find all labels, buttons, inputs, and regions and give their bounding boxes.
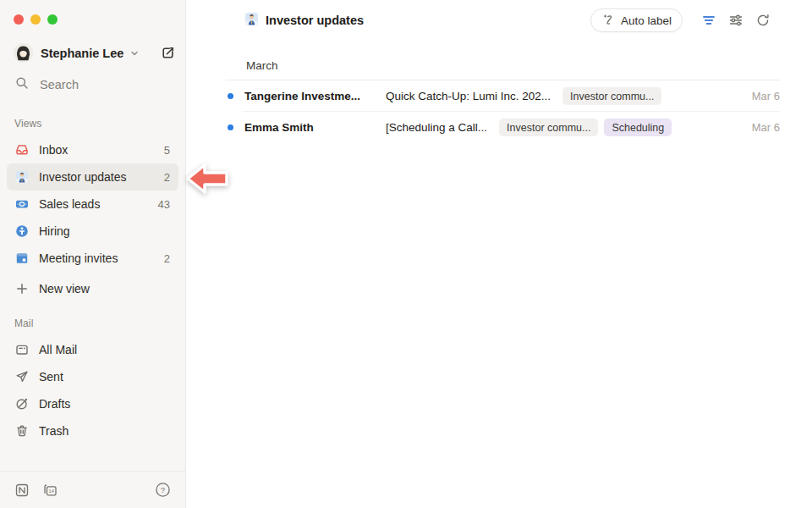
person-circle-icon [15, 224, 29, 238]
email-sender: Tangerine Investme... [244, 90, 386, 102]
help-icon[interactable]: ? [155, 482, 171, 498]
compose-icon[interactable] [161, 46, 175, 60]
search-label: Search [40, 78, 79, 91]
mail-nav: All Mail Sent Drafts Trash [7, 336, 178, 444]
views-section-label: Views [14, 118, 41, 130]
dot-col [226, 93, 244, 99]
dollar-banknote-icon [15, 197, 29, 211]
email-row[interactable]: Tangerine Investme... Quick Catch-Up: Lu… [226, 80, 780, 112]
sidebar-item-label: Hiring [39, 224, 160, 238]
office-worker-icon [244, 12, 259, 30]
refresh-icon[interactable] [755, 13, 771, 28]
sidebar-item-label: All Mail [39, 343, 170, 356]
email-sender: Emma Smith [244, 121, 386, 134]
sent-icon [15, 370, 29, 384]
close-window-button[interactable] [14, 14, 24, 25]
notion-logo-icon[interactable] [14, 483, 30, 498]
sidebar-item-label: Investor updates [39, 170, 154, 184]
label-chips: Investor commu... Scheduling [499, 119, 672, 136]
sidebar-item-label: New view [39, 282, 170, 295]
zoom-window-button[interactable] [47, 14, 58, 25]
chevron-down-icon [129, 48, 140, 58]
sidebar: Stephanie Lee Search Views Inbox 5 Inves… [0, 0, 186, 508]
mail-section-label: Mail [14, 318, 33, 329]
sidebar-footer: 14 ? [0, 471, 185, 508]
search-button[interactable]: Search [15, 76, 79, 92]
auto-label-sparkle-icon [601, 13, 615, 29]
calendar-glyph: 14 [49, 489, 54, 494]
sidebar-item-sent[interactable]: Sent [7, 363, 178, 390]
views-nav: Inbox 5 Investor updates 2 Sales leads 4… [7, 136, 178, 302]
sidebar-item-meeting-invites[interactable]: Meeting invites 2 [7, 245, 178, 272]
email-subject: Quick Catch-Up: Lumi Inc. 202... [386, 90, 551, 102]
email-list: March Tangerine Investme... Quick Catch-… [226, 51, 780, 143]
help-glyph: ? [161, 485, 165, 494]
auto-label-button[interactable]: Auto label [590, 8, 683, 32]
auto-label-label: Auto label [621, 14, 672, 27]
sidebar-item-drafts[interactable]: Drafts [7, 390, 178, 417]
header-controls: Auto label [590, 8, 771, 32]
red-arrow-annotation [184, 160, 231, 201]
sidebar-item-inbox[interactable]: Inbox 5 [7, 136, 178, 163]
inbox-icon [15, 143, 29, 157]
group-header: March [226, 51, 780, 80]
unread-count: 2 [164, 171, 170, 184]
all-mail-icon [15, 343, 29, 356]
sidebar-item-trash[interactable]: Trash [7, 417, 178, 444]
display-options-icon[interactable] [728, 13, 743, 28]
email-row[interactable]: Emma Smith [Scheduling a Call... Investo… [226, 112, 780, 143]
filter-icon[interactable] [701, 13, 716, 28]
email-date: Mar 6 [752, 121, 780, 134]
plus-icon [15, 282, 29, 295]
unread-dot [228, 124, 233, 130]
label-chip[interactable]: Scheduling [604, 119, 672, 136]
account-switcher[interactable]: Stephanie Lee [14, 42, 175, 64]
minimize-window-button[interactable] [30, 14, 41, 25]
sidebar-item-label: Meeting invites [39, 251, 154, 265]
user-name: Stephanie Lee [41, 47, 123, 60]
search-icon [15, 76, 29, 92]
sidebar-item-label: Sent [39, 370, 170, 384]
email-subject: [Scheduling a Call... [386, 121, 487, 134]
label-chip[interactable]: Investor commu... [499, 119, 598, 136]
view-header: Investor updates Auto label [187, 8, 812, 32]
sidebar-item-sales-leads[interactable]: Sales leads 43 [7, 190, 178, 218]
new-view-button[interactable]: New view [7, 275, 178, 302]
drafts-icon [15, 397, 29, 411]
notion-calendar-icon[interactable]: 14 [42, 483, 58, 498]
sidebar-item-label: Sales leads [39, 197, 148, 211]
window-controls [14, 14, 58, 25]
email-date: Mar 6 [752, 90, 780, 102]
page-title: Investor updates [266, 14, 364, 27]
unread-count: 2 [164, 252, 170, 265]
office-worker-icon [15, 170, 29, 184]
label-chip[interactable]: Investor commu... [562, 87, 661, 105]
unread-count: 5 [164, 144, 170, 157]
sidebar-item-hiring[interactable]: Hiring [7, 218, 178, 245]
unread-dot [228, 93, 233, 99]
sidebar-item-label: Trash [39, 424, 170, 438]
sidebar-item-investor-updates[interactable]: Investor updates 2 [7, 163, 178, 190]
calendar-icon [15, 251, 29, 265]
sidebar-item-label: Drafts [39, 397, 170, 411]
sidebar-item-all-mail[interactable]: All Mail [7, 336, 178, 363]
dot-col [226, 124, 244, 130]
title-group: Investor updates [244, 12, 364, 30]
unread-count: 43 [158, 198, 170, 211]
label-chips: Investor commu... [562, 87, 661, 105]
trash-icon [15, 424, 29, 438]
main-content: Investor updates Auto label March [187, 0, 812, 508]
avatar [14, 43, 33, 63]
sidebar-item-label: Inbox [39, 143, 154, 157]
